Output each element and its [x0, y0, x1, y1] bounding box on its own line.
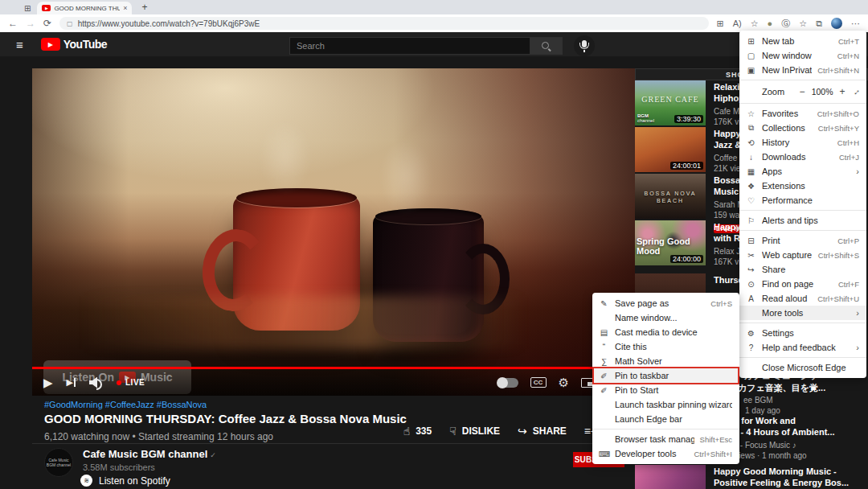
video-player[interactable]: Listen On ▶ Music ▶ ▶ LIVE CC ⚙ — [32, 68, 635, 396]
search-input[interactable] — [297, 41, 523, 51]
video-duration: 3:39:30 — [674, 115, 703, 123]
refresh-icon[interactable]: ⟳ — [43, 18, 51, 29]
fullscreen-icon[interactable]: ↕ — [852, 87, 862, 97]
browser-tab[interactable]: ▶ GOOD MORNING THURSDAY: C × — [37, 2, 132, 14]
next-icon[interactable]: ▶ — [67, 377, 76, 388]
menu-item-name-window-[interactable]: Name window... — [592, 310, 739, 325]
save-page-icon: ✎ — [599, 299, 609, 308]
tab-title: GOOD MORNING THURSDAY: C — [54, 5, 120, 12]
menu-item-apps[interactable]: ▦ Apps › — [739, 164, 866, 179]
zoom-value: 100% — [812, 87, 833, 97]
menu-item-pin-to-start[interactable]: ✐ Pin to Start — [592, 383, 739, 397]
tab-close-icon[interactable]: × — [123, 4, 127, 12]
menu-item-performance[interactable]: ♡ Performance — [739, 193, 866, 208]
menu-item-web-capture[interactable]: ✂ Web capture Ctrl+Shift+S — [739, 248, 866, 262]
performance-icon: ♡ — [746, 196, 756, 205]
menu-item-save-page-as[interactable]: ✎ Save page as Ctrl+S — [592, 296, 739, 310]
menu-item-new-window[interactable]: ▢ New window Ctrl+N — [739, 48, 866, 63]
video-thumbnail[interactable]: BOSSA NOVABEACH — [635, 174, 706, 219]
menu-item-share[interactable]: ↪ Share — [739, 262, 866, 277]
channel-row: Cafe MusicBGM channel Cafe Music BGM cha… — [44, 448, 216, 477]
video-thumbnail[interactable]: 24:00:01 — [635, 127, 706, 172]
add-favorite-icon[interactable]: ☆ — [751, 18, 759, 29]
spotify-icon: ≋ — [80, 475, 92, 487]
menu-item-pin-to-taskbar[interactable]: ✐ Pin to taskbar — [592, 368, 739, 383]
menu-item-new-tab[interactable]: ⊞ New tab Ctrl+T — [739, 34, 866, 48]
video-thumbnail[interactable]: Spring Good Mood 24:00:00 — [635, 220, 706, 265]
video-thumbnail[interactable]: Positive Feeling — [635, 465, 706, 489]
collections-icon[interactable]: ⧉ — [816, 18, 822, 29]
menu-item-browser-task-manager[interactable]: Browser task manager Shift+Esc — [592, 432, 739, 446]
listen-on-spotify-link[interactable]: ≋ Listen on Spotify — [80, 475, 170, 487]
dislike-icon: ☟ — [449, 425, 457, 438]
extension-g-icon[interactable]: Ⓖ — [781, 18, 790, 30]
menu-item-math-solver[interactable]: ∑ Math Solver — [592, 354, 739, 368]
menu-item-find-on-page[interactable]: ⊙ Find on page Ctrl+F — [739, 277, 866, 291]
share-icon: ↪ — [518, 425, 527, 438]
channel-name[interactable]: Cafe Music BGM channel✓ — [83, 448, 216, 460]
menu-item-launch-edge-bar[interactable]: Launch Edge bar — [592, 412, 739, 426]
profile-avatar[interactable] — [831, 18, 842, 29]
zoom-in-icon[interactable]: + — [839, 86, 845, 97]
autoplay-toggle[interactable] — [497, 378, 518, 388]
dislike-button[interactable]: ☟DISLIKE — [449, 425, 500, 438]
channel-avatar[interactable]: Cafe MusicBGM channel — [44, 448, 73, 477]
menu-item-cast-media-to-device[interactable]: ▤ Cast media to device — [592, 325, 739, 339]
menu-item-downloads[interactable]: ↓ Downloads Ctrl+J — [739, 150, 866, 164]
video-duration: 24:00:00 — [670, 255, 703, 263]
guide-hamburger-icon[interactable]: ≡ — [16, 38, 23, 51]
menu-item-history[interactable]: ⟲ History Ctrl+H — [739, 135, 866, 150]
volume-icon[interactable] — [89, 377, 103, 388]
closed-captions-icon[interactable]: CC — [530, 377, 547, 388]
video-thumbnail[interactable]: GREEN CAFE BGMchannel 3:39:30 — [635, 80, 706, 125]
suggested-video-9[interactable]: Positive Feeling Happy Good Morning Musi… — [635, 465, 868, 489]
menu-item-cite-this[interactable]: “ Cite this — [592, 339, 739, 354]
menu-item-print[interactable]: ⊟ Print Ctrl+P — [739, 233, 866, 248]
settings-gear-icon[interactable]: ⚙ — [559, 376, 569, 390]
split-screen-icon[interactable]: ⊞ — [717, 18, 724, 29]
extension-icon[interactable]: ● — [768, 18, 773, 28]
forward-icon[interactable]: → — [26, 18, 35, 29]
read-aloud-m-icon: A — [746, 294, 756, 303]
menu-item-favorites[interactable]: ☆ Favorites Ctrl+Shift+O — [739, 106, 866, 121]
new-tab-button[interactable]: + — [141, 2, 147, 13]
favorites-icon: ☆ — [746, 109, 756, 118]
browser-tab-strip: ⊞ ▶ GOOD MORNING THURSDAY: C × + — [0, 0, 868, 14]
collections-icon: ⧉ — [746, 123, 756, 133]
address-bar[interactable]: ▢ https://www.youtube.com/watch?v=79bUKq… — [59, 17, 708, 30]
tab-layout-icon[interactable]: ⊞ — [24, 5, 31, 13]
menu-item-more-tools[interactable]: More tools › — [739, 306, 866, 320]
video-frame-coffee-scene — [32, 68, 635, 396]
menu-item-developer-tools[interactable]: ⌨ Developer tools Ctrl+Shift+I — [592, 446, 739, 461]
menu-item-read-aloud[interactable]: A Read aloud Ctrl+Shift+U — [739, 291, 866, 306]
read-aloud-icon[interactable]: A) — [733, 18, 742, 28]
browser-toolbar: ← → ⟳ ▢ https://www.youtube.com/watch?v=… — [0, 14, 868, 32]
menu-item-help-and-feedback[interactable]: ? Help and feedback › — [739, 340, 866, 355]
verified-icon: ✓ — [210, 451, 216, 459]
back-icon[interactable]: ← — [8, 18, 18, 29]
menu-item-launch-taskbar-pinning-wizard[interactable]: Launch taskbar pinning wizard — [592, 397, 739, 412]
menu-item-new-inprivate-window[interactable]: ▣ New InPrivate window Ctrl+Shift+N — [739, 63, 866, 77]
youtube-header: ≡ ▶ YouTube — [0, 32, 868, 56]
favorites-icon[interactable]: ☆ — [799, 18, 807, 29]
video-hashtags[interactable]: #GoodMorning #CoffeeJazz #BossaNova — [44, 400, 635, 409]
voice-search-button[interactable] — [574, 35, 595, 56]
video-title[interactable]: Happy Good Morning Music -Positive Feeli… — [714, 466, 860, 488]
like-button[interactable]: ☝335 — [403, 425, 432, 438]
youtube-logo[interactable]: ▶ YouTube — [41, 38, 107, 51]
video-title[interactable]: カフェ音楽、目を覚... — [738, 382, 825, 394]
search-button[interactable] — [530, 37, 563, 55]
menu-item-close-microsoft-edge[interactable]: Close Microsoft Edge — [739, 360, 866, 375]
share-button[interactable]: ↪SHARE — [518, 425, 567, 438]
settings-menu-icon[interactable]: ⋯ — [851, 18, 860, 29]
play-icon[interactable]: ▶ — [43, 376, 53, 390]
zoom-row: Zoom − 100% + ↕ — [739, 83, 866, 101]
menu-item-settings[interactable]: ⚙ Settings — [739, 326, 866, 340]
search-box[interactable] — [289, 37, 530, 55]
menu-item-alerts-and-tips[interactable]: ⚐ Alerts and tips — [739, 213, 866, 228]
zoom-out-icon[interactable]: − — [800, 86, 805, 97]
site-info-icon[interactable]: ▢ — [67, 20, 73, 27]
print-icon: ⊟ — [746, 236, 756, 245]
menu-item-extensions[interactable]: ❖ Extensions — [739, 179, 866, 193]
menu-item-collections[interactable]: ⧉ Collections Ctrl+Shift+Y — [739, 121, 866, 135]
